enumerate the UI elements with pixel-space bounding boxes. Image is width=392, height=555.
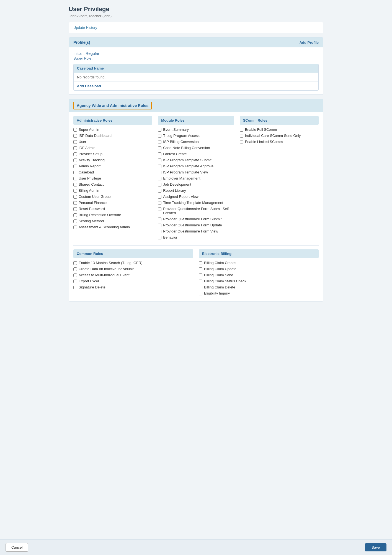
scomm-roles-list: Enable Full SCommIndividual Care SComm S… — [240, 127, 319, 144]
admin-role-checkbox-2[interactable] — [73, 140, 77, 144]
ebilling-checkbox-3[interactable] — [199, 280, 202, 283]
module-role-label-14: Provider Questionnaire Form Submit — [163, 217, 221, 221]
module-role-checkbox-15[interactable] — [158, 224, 161, 227]
admin-role-checkbox-12[interactable] — [73, 201, 77, 205]
electronic-billing-column: Electronic Billing Billing Claim CreateB… — [196, 249, 319, 297]
module-role-item: Provider Questionnaire Form Submit Self … — [158, 207, 234, 215]
admin-role-item: Billing Restriction Override — [73, 213, 152, 217]
admin-role-checkbox-4[interactable] — [73, 152, 77, 156]
module-role-checkbox-3[interactable] — [158, 146, 161, 150]
page-subtitle: John Albert, Teacher (john) — [69, 14, 323, 18]
admin-role-item: Activity Tracking — [73, 158, 152, 162]
admin-role-label-14: Billing Restriction Override — [79, 213, 121, 217]
electronic-billing-header: Electronic Billing — [199, 249, 319, 258]
admin-role-checkbox-8[interactable] — [73, 177, 77, 180]
module-role-item: ISP Billing Conversion — [158, 140, 234, 144]
common-role-checkbox-0[interactable] — [73, 261, 77, 265]
add-caseload-link[interactable]: Add Caseload — [77, 84, 101, 88]
scomm-role-label-0: Enable Full SComm — [245, 127, 277, 132]
ebilling-checkbox-2[interactable] — [199, 273, 202, 277]
common-role-checkbox-2[interactable] — [73, 273, 77, 277]
admin-role-item: Shared Contact — [73, 182, 152, 186]
ebilling-checkbox-0[interactable] — [199, 261, 202, 265]
save-button[interactable]: Save — [365, 543, 386, 551]
admin-role-checkbox-15[interactable] — [73, 219, 77, 223]
module-role-item: ISP Program Template Submit — [158, 158, 234, 162]
module-role-checkbox-16[interactable] — [158, 230, 161, 233]
module-role-item: Report Library — [158, 188, 234, 193]
admin-role-item: Provider Setup — [73, 152, 152, 156]
admin-role-item: Billing Admin — [73, 188, 152, 193]
module-role-checkbox-5[interactable] — [158, 158, 161, 162]
module-role-checkbox-11[interactable] — [158, 195, 161, 199]
common-role-checkbox-3[interactable] — [73, 280, 77, 283]
admin-role-checkbox-0[interactable] — [73, 128, 77, 132]
module-role-checkbox-2[interactable] — [158, 140, 161, 144]
scomm-role-checkbox-2[interactable] — [240, 140, 243, 144]
module-role-checkbox-8[interactable] — [158, 177, 161, 180]
admin-role-checkbox-11[interactable] — [73, 195, 77, 199]
admin-role-item: Super Admin — [73, 127, 152, 132]
cancel-button[interactable]: Cancel — [6, 543, 28, 552]
agency-header-highlight-box: Agency Wide and Administrative Roles — [73, 102, 152, 109]
admin-role-checkbox-14[interactable] — [73, 213, 77, 217]
footer-bar: Cancel Save — [0, 539, 392, 555]
agency-section-title: Agency Wide and Administrative Roles — [77, 103, 148, 108]
module-role-checkbox-9[interactable] — [158, 183, 161, 186]
module-role-checkbox-1[interactable] — [158, 134, 161, 138]
ebilling-item: Billing Claim Create — [199, 261, 319, 265]
ebilling-checkbox-5[interactable] — [199, 292, 202, 295]
scomm-role-item: Enable Full SComm — [240, 127, 319, 132]
module-role-item: Time Tracking Template Management — [158, 201, 234, 205]
admin-role-checkbox-6[interactable] — [73, 165, 77, 168]
admin-role-label-12: Personal Finance — [79, 201, 107, 205]
module-roles-header: Module Roles — [158, 116, 234, 125]
admin-role-checkbox-9[interactable] — [73, 183, 77, 186]
module-role-checkbox-13[interactable] — [158, 207, 161, 211]
module-role-item: Behavior — [158, 235, 234, 239]
electronic-billing-list: Billing Claim CreateBilling Claim Update… — [199, 261, 319, 295]
module-role-checkbox-10[interactable] — [158, 189, 161, 193]
common-role-checkbox-4[interactable] — [73, 286, 77, 289]
module-role-checkbox-4[interactable] — [158, 152, 161, 156]
admin-role-checkbox-7[interactable] — [73, 171, 77, 174]
common-role-label-0: Enable 13 Months Search (T-Log, GER) — [79, 261, 143, 265]
admin-role-checkbox-1[interactable] — [73, 134, 77, 138]
admin-role-label-10: Billing Admin — [79, 188, 99, 193]
ebilling-checkbox-1[interactable] — [199, 267, 202, 271]
module-role-checkbox-12[interactable] — [158, 201, 161, 205]
module-role-checkbox-14[interactable] — [158, 218, 161, 221]
admin-role-checkbox-10[interactable] — [73, 189, 77, 193]
admin-role-checkbox-13[interactable] — [73, 207, 77, 211]
module-role-label-5: ISP Program Template Submit — [163, 158, 211, 162]
admin-role-checkbox-16[interactable] — [73, 226, 77, 229]
admin-role-checkbox-5[interactable] — [73, 158, 77, 162]
admin-role-item: User Privilege — [73, 176, 152, 180]
admin-role-label-2: User — [79, 140, 86, 144]
no-records-row: No records found. — [74, 73, 318, 81]
module-role-item: Labtest Create — [158, 152, 234, 156]
bottom-roles-grid: Common Roles Enable 13 Months Search (T-… — [69, 245, 323, 301]
ebilling-item: Billing Claim Status Check — [199, 279, 319, 283]
ebilling-label-2: Billing Claim Send — [204, 273, 233, 277]
module-role-checkbox-17[interactable] — [158, 236, 161, 239]
common-roles-column: Common Roles Enable 13 Months Search (T-… — [73, 249, 196, 297]
add-profile-link[interactable]: Add Profile — [300, 40, 319, 45]
admin-role-checkbox-3[interactable] — [73, 146, 77, 150]
common-role-checkbox-1[interactable] — [73, 267, 77, 271]
admin-role-label-13: Reset Password — [79, 207, 105, 211]
module-role-checkbox-7[interactable] — [158, 171, 161, 174]
module-role-label-16: Provider Questionnaire Form View — [163, 229, 218, 233]
module-role-checkbox-6[interactable] — [158, 165, 161, 168]
ebilling-checkbox-4[interactable] — [199, 286, 202, 289]
module-role-label-0: Event Summary — [163, 127, 189, 132]
scomm-roles-header: SComm Roles — [240, 116, 319, 125]
scomm-role-checkbox-0[interactable] — [240, 128, 243, 132]
module-role-label-2: ISP Billing Conversion — [163, 140, 198, 144]
scomm-role-checkbox-1[interactable] — [240, 134, 243, 138]
scomm-role-item: Enable Limited SComm — [240, 140, 319, 144]
module-role-label-15: Provider Questionnaire Form Update — [163, 223, 222, 227]
module-role-label-10: Report Library — [163, 188, 186, 193]
update-history-link[interactable]: Update History — [69, 22, 323, 33]
module-role-checkbox-0[interactable] — [158, 128, 161, 132]
